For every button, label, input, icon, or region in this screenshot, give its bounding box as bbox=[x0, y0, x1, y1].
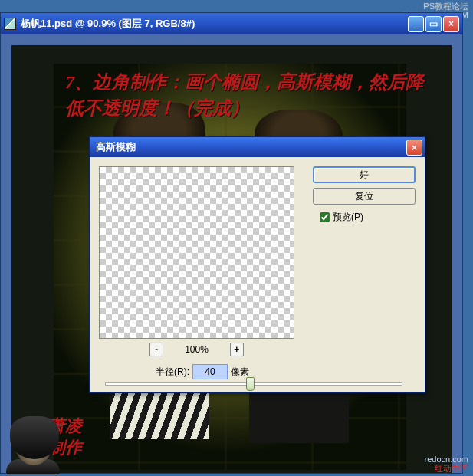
dialog-title: 高斯模糊 bbox=[96, 140, 406, 154]
document-titlebar[interactable]: 杨帆11.psd @ 90.9% (图层 7, RGB/8#) _ ▭ × bbox=[1, 13, 462, 34]
tutorial-step-text: 7、边角制作：画个椭圆，高斯模糊，然后降低不透明度！（完成） bbox=[65, 70, 441, 121]
close-button[interactable]: × bbox=[443, 16, 459, 32]
gaussian-blur-dialog: 高斯模糊 × - 100% + 半径(R): 像素 好 复位 预览(P) bbox=[89, 136, 425, 393]
preview-checkbox-row[interactable]: 预览(P) bbox=[320, 211, 363, 224]
site-watermark: redocn.com 红动中国 bbox=[425, 455, 468, 473]
document-title: 杨帆11.psd @ 90.9% (图层 7, RGB/8#) bbox=[21, 17, 408, 31]
maximize-button[interactable]: ▭ bbox=[425, 16, 442, 32]
user-avatar bbox=[6, 421, 61, 476]
zoom-in-button[interactable]: + bbox=[230, 343, 244, 356]
zoom-controls: - 100% + bbox=[99, 343, 294, 356]
radius-row: 半径(R): 像素 bbox=[156, 364, 249, 379]
site-url: redocn.com bbox=[425, 455, 468, 464]
site-name: 红动中国 bbox=[425, 464, 468, 473]
radius-label: 半径(R): bbox=[156, 366, 189, 379]
ok-button[interactable]: 好 bbox=[313, 166, 416, 183]
radius-slider-thumb[interactable] bbox=[246, 377, 255, 391]
radius-unit: 像素 bbox=[231, 366, 249, 379]
filter-preview[interactable] bbox=[99, 166, 294, 339]
dialog-close-button[interactable]: × bbox=[406, 140, 422, 156]
zoom-percent: 100% bbox=[185, 344, 209, 355]
photoshop-doc-icon bbox=[4, 18, 16, 30]
radius-input[interactable] bbox=[192, 364, 228, 379]
watermark-line1: PS教程论坛 bbox=[402, 2, 468, 11]
dialog-body: - 100% + 半径(R): 像素 好 复位 预览(P) bbox=[90, 157, 425, 392]
preview-label: 预览(P) bbox=[333, 211, 363, 224]
minimize-button[interactable]: _ bbox=[408, 16, 424, 32]
avatar-hair bbox=[10, 416, 59, 459]
preview-checkbox[interactable] bbox=[320, 212, 330, 222]
reset-button[interactable]: 复位 bbox=[313, 188, 416, 205]
dialog-titlebar[interactable]: 高斯模糊 × bbox=[90, 137, 425, 157]
window-controls: _ ▭ × bbox=[408, 16, 459, 32]
zoom-out-button[interactable]: - bbox=[149, 343, 163, 356]
avatar-head bbox=[15, 421, 53, 465]
